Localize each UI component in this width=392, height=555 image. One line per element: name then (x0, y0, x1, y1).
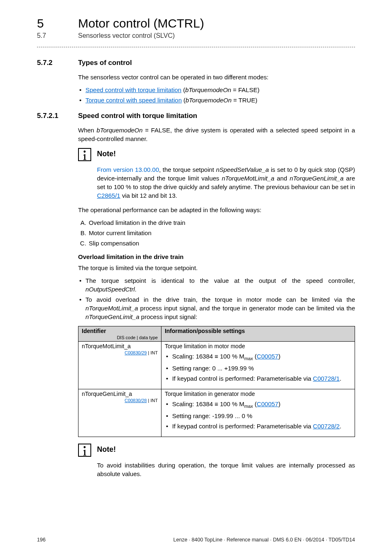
link-speed-control[interactable]: Speed control with torque limitation (85, 86, 181, 93)
chapter-title: Motor control (MCTRL) (78, 16, 204, 30)
footer-meta: Lenze · 8400 TopLine · Reference manual … (173, 537, 355, 543)
text: and (274, 175, 290, 182)
text: To avoid overload in the drive train, th… (85, 296, 355, 303)
version-text: From version 13.00.00 (97, 166, 159, 173)
subsection-number: 5.7.2 (37, 59, 78, 67)
chapter-number: 5 (37, 16, 78, 30)
cell-list: Scaling: 16384 ≡ 100 % Mmax (C00057) Set… (165, 352, 351, 383)
identifier-code: C00830/29 | INT (82, 350, 158, 355)
param-name: nTorqueMotLimit_a (85, 305, 138, 312)
header-label: Information/possible settings (165, 328, 245, 334)
param-name: nTorqueGenLimit_a (85, 313, 139, 320)
text: | INT (147, 350, 158, 355)
list-item: Overload limitation in the drive train (88, 218, 355, 227)
body-block: When bTorquemodeOn = FALSE, the drive sy… (78, 126, 355, 478)
list-item: Motor current limitation (88, 229, 355, 237)
param-name: nTorqueMotLimit_a (222, 175, 274, 182)
table-row: nTorqueGenLimit_a C00830/28 | INT Torque… (78, 389, 355, 437)
text: via bit 12 and bit 13. (120, 192, 177, 199)
param-name: bTorquemodeOn (185, 86, 231, 93)
list-item: If keypad control is performed: Paramete… (165, 422, 351, 430)
bullet-list: The torque setpoint is identical to the … (78, 276, 355, 321)
page-number: 196 (37, 537, 46, 543)
table-cell: Torque limitation in generator mode Scal… (161, 389, 355, 437)
paragraph: When bTorquemodeOn = FALSE, the drive sy… (78, 126, 355, 143)
note-title: Note! (97, 445, 116, 454)
cell-title: Torque limitation in motor mode (165, 343, 245, 349)
link-c00728-2[interactable]: C00728/2 (313, 423, 340, 430)
link-c00057[interactable]: C00057 (257, 400, 279, 407)
param-name: nOutputSpeedCtrl (85, 286, 135, 293)
identifier-name: nTorqueMotLimit_a (82, 343, 131, 349)
text: Scaling: 16384 ≡ 100 % M (172, 400, 244, 407)
table-header: Identifier DIS code | data type (78, 326, 161, 342)
link-torque-control[interactable]: Torque control with speed limitation (85, 97, 182, 104)
text: = FALSE) (231, 86, 260, 93)
table-header-row: Identifier DIS code | data type Informat… (78, 326, 355, 342)
list-item: Torque control with speed limitation (bT… (78, 96, 355, 104)
link-code[interactable]: C00830/28 (125, 398, 147, 403)
subsection-5-7-2-1: 5.7.2.1 Speed control with torque limita… (37, 112, 355, 120)
text: ) (278, 353, 280, 360)
note-text: To avoid instabilities during operation,… (97, 461, 355, 478)
section-header: 5.7 Sensorless vector control (SLVC) (37, 32, 355, 39)
text: , the torque setpoint (159, 166, 216, 173)
note-text: From version 13.00.00, the torque setpoi… (97, 165, 355, 200)
list-item: Slip compensation (88, 239, 355, 247)
text: | INT (147, 398, 158, 403)
subheading: Overload limitation in the drive train (78, 253, 355, 260)
list-item: The torque setpoint is identical to the … (78, 276, 355, 294)
text: process input signal, and the torque in … (138, 305, 355, 312)
text: ( (181, 86, 185, 93)
text: . (135, 286, 136, 293)
list-item: Scaling: 16384 ≡ 100 % Mmax (C00057) (165, 352, 351, 362)
text: ) (278, 400, 280, 407)
note-block: Note! (78, 148, 355, 161)
text: ( (253, 353, 257, 360)
table-cell: nTorqueMotLimit_a C00830/29 | INT (78, 342, 161, 389)
link-c2865-1[interactable]: C2865/1 (97, 192, 120, 199)
param-name: bTorquemodeOn (185, 97, 231, 104)
text: = TRUE) (232, 97, 258, 104)
ordered-list: Overload limitation in the drive train M… (78, 218, 355, 247)
link-c00728-1[interactable]: C00728/1 (313, 375, 340, 382)
note-icon-wrap (78, 148, 91, 161)
cell-title: Torque limitation in generator mode (165, 391, 255, 397)
note-title: Note! (97, 150, 116, 158)
subsection-title: Speed control with torque limitation (78, 112, 197, 120)
text: process input signal: (139, 313, 197, 320)
text: ( (253, 400, 257, 407)
info-icon (78, 444, 91, 457)
table-row: nTorqueMotLimit_a C00830/29 | INT Torque… (78, 342, 355, 389)
table-cell: Torque limitation in motor mode Scaling:… (161, 342, 355, 389)
link-c00057[interactable]: C00057 (257, 353, 279, 360)
identifier-code: C00830/28 | INT (82, 398, 158, 403)
identifier-table: Identifier DIS code | data type Informat… (78, 326, 355, 437)
section-number: 5.7 (37, 32, 78, 39)
subscript: max (244, 356, 253, 361)
header-label: Identifier (82, 328, 106, 334)
note-block: Note! (78, 444, 355, 457)
param-name: nTorqueGenLimit_a (290, 175, 344, 182)
subsection-number: 5.7.2.1 (37, 112, 78, 120)
paragraph: The torque is limited via the torque set… (78, 264, 355, 272)
list-item: Scaling: 16384 ≡ 100 % Mmax (C00057) (165, 400, 351, 410)
text: . (340, 375, 341, 382)
list-item: If keypad control is performed: Paramete… (165, 374, 351, 383)
text: The torque setpoint is identical to the … (85, 277, 355, 284)
subscript: max (244, 404, 253, 409)
link-code[interactable]: C00830/29 (125, 350, 147, 355)
cell-list: Scaling: 16384 ≡ 100 % Mmax (C00057) Set… (165, 400, 351, 430)
text: When (78, 127, 97, 134)
info-icon (78, 148, 91, 161)
mode-list: Speed control with torque limitation (bT… (78, 86, 355, 104)
text: . (340, 423, 341, 430)
table-cell: nTorqueGenLimit_a C00830/28 | INT (78, 389, 161, 437)
page-footer: 196 Lenze · 8400 TopLine · Reference man… (37, 537, 355, 543)
list-item: Setting range: 0 ... +199.99 % (165, 364, 351, 372)
paragraph: The operational performance can be adapt… (78, 206, 355, 214)
identifier-name: nTorqueGenLimit_a (82, 391, 132, 397)
list-item: Setting range: -199.99 ... 0 % (165, 412, 351, 420)
param-name: nSpeedSetValue_a (216, 166, 269, 173)
divider (37, 47, 355, 47)
